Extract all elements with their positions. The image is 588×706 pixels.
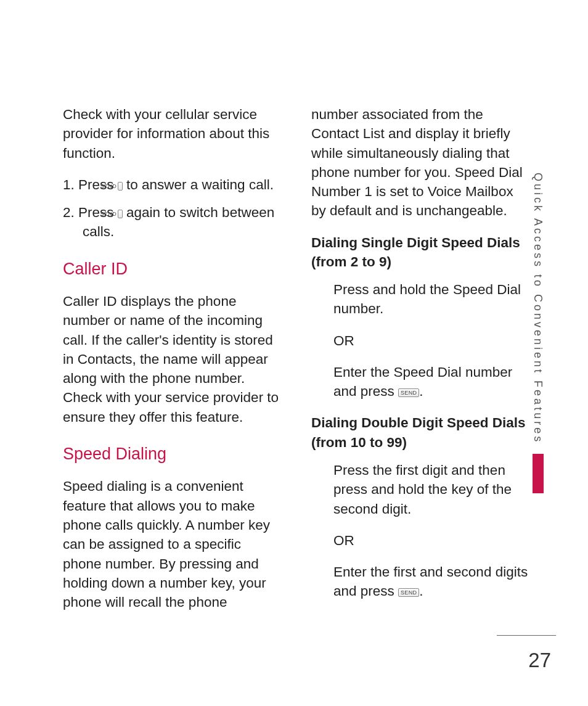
step-1: 1. Press SEND to answer a waiting call. [83,175,283,194]
double-digit-heading: Dialing Double Digit Speed Dials (from 1… [311,413,531,452]
single-digit-step-2: Enter the Speed Dial number and press SE… [311,363,531,401]
send-key-icon: SEND [118,210,123,218]
send-key-icon: SEND [398,588,419,597]
caller-id-heading: Caller ID [63,258,283,281]
content-columns: Check with your cellular service provide… [63,105,531,624]
step-1-post: to answer a waiting call. [123,177,274,192]
single-digit-step-1: Press and hold the Speed Dial number. [311,280,531,319]
double-step-2-pre: Enter the first and second digits and pr… [333,564,528,599]
speed-dialing-continued: number associated from the Contact List … [311,105,531,221]
intro-paragraph: Check with your cellular service provide… [63,105,283,163]
manual-page: Check with your cellular service provide… [0,0,588,706]
double-step-2-post: . [419,583,423,599]
section-color-bar [533,454,544,493]
or-text-2: OR [311,531,531,550]
section-label: Quick Access to Convenient Features [531,173,544,444]
send-key-icon: SEND [118,182,123,191]
speed-dialing-body: Speed dialing is a convenient feature th… [63,477,283,612]
page-footer-rule [497,635,556,636]
page-number: 27 [528,649,551,672]
step-2: 2. Press SEND again to switch between ca… [83,203,283,242]
double-digit-step-1: Press the first digit and then press and… [311,461,531,519]
single-step-2-post: . [419,384,423,399]
single-digit-heading: Dialing Single Digit Speed Dials (from 2… [311,233,531,272]
speed-dialing-heading: Speed Dialing [63,443,283,466]
call-waiting-steps: 1. Press SEND to answer a waiting call. … [63,175,283,242]
double-digit-step-2: Enter the first and second digits and pr… [311,562,531,601]
right-column: number associated from the Contact List … [311,105,531,624]
section-side-tab: Quick Access to Convenient Features [531,173,545,493]
caller-id-body: Caller ID displays the phone number or n… [63,292,283,427]
or-text: OR [311,331,531,350]
left-column: Check with your cellular service provide… [63,105,283,624]
send-key-icon: SEND [398,388,419,397]
